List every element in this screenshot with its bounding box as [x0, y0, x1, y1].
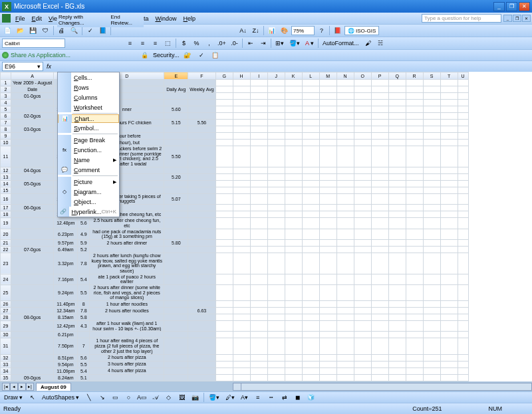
clipart-icon[interactable]: 🖼: [176, 392, 188, 403]
row-header[interactable]: 1: [1, 80, 11, 86]
cell[interactable]: [371, 187, 388, 193]
cell[interactable]: [423, 321, 440, 332]
cell[interactable]: [354, 211, 371, 218]
cell[interactable]: 03-0gos: [11, 126, 54, 133]
cell[interactable]: [388, 285, 406, 301]
doc-restore[interactable]: ❐: [513, 15, 521, 22]
cell[interactable]: [440, 113, 458, 120]
cell[interactable]: [250, 338, 267, 354]
menu-item-chart-[interactable]: 📊Chart...: [58, 114, 119, 123]
col-header[interactable]: S: [423, 72, 440, 80]
cell[interactable]: [267, 246, 285, 253]
menu-item-function-[interactable]: fxFunction...: [58, 145, 119, 155]
cell[interactable]: [423, 374, 440, 381]
cell[interactable]: [336, 301, 354, 308]
cell[interactable]: 11.09pm: [54, 367, 78, 374]
cell[interactable]: 6.23pm: [54, 229, 78, 239]
cell[interactable]: [458, 301, 468, 308]
cell[interactable]: [267, 308, 285, 314]
3d-icon[interactable]: 🧊: [305, 392, 317, 403]
cell[interactable]: [336, 120, 354, 126]
cell[interactable]: [302, 193, 319, 204]
cell[interactable]: [354, 338, 371, 354]
cell[interactable]: [250, 120, 267, 126]
font-select[interactable]: Calibri: [2, 39, 65, 48]
cell[interactable]: 7.50pm: [54, 338, 78, 354]
cell[interactable]: [423, 301, 440, 308]
cell[interactable]: [354, 180, 371, 187]
align-left-icon[interactable]: ≡: [124, 38, 136, 49]
cell[interactable]: [371, 253, 388, 274]
cell[interactable]: [354, 374, 371, 381]
cell[interactable]: [423, 361, 440, 367]
cell[interactable]: [354, 126, 371, 133]
cell[interactable]: [302, 239, 319, 246]
cell[interactable]: [371, 205, 388, 211]
col-header[interactable]: A: [11, 72, 54, 80]
cell[interactable]: had one pack of macadamia nuts (15g) at …: [90, 229, 164, 239]
cell[interactable]: [336, 338, 354, 354]
cell[interactable]: [458, 338, 468, 354]
col-header[interactable]: P: [371, 72, 388, 80]
cell[interactable]: [354, 146, 371, 167]
cell[interactable]: [188, 187, 215, 193]
cell[interactable]: [423, 180, 440, 187]
cell[interactable]: [336, 167, 354, 173]
cell[interactable]: [250, 133, 267, 140]
cell[interactable]: [285, 253, 302, 274]
cell[interactable]: [336, 180, 354, 187]
cell[interactable]: [423, 253, 440, 274]
cell[interactable]: [406, 113, 423, 120]
row-header[interactable]: 8: [1, 126, 11, 133]
cell[interactable]: [302, 120, 319, 126]
cell[interactable]: [164, 80, 188, 86]
cell[interactable]: [371, 140, 388, 146]
cell[interactable]: [458, 146, 468, 167]
cell[interactable]: [371, 308, 388, 314]
cell[interactable]: [215, 193, 233, 204]
cell[interactable]: [11, 361, 54, 367]
cell[interactable]: [388, 332, 406, 338]
cell[interactable]: [164, 113, 188, 120]
row-header[interactable]: 28: [1, 314, 11, 321]
col-header[interactable]: R: [406, 72, 423, 80]
cell[interactable]: [302, 133, 319, 140]
cell[interactable]: [440, 133, 458, 140]
picture-icon[interactable]: 📷: [190, 392, 201, 403]
row-header[interactable]: 29: [1, 321, 11, 332]
cell[interactable]: [388, 253, 406, 274]
inc-decimal-icon[interactable]: .0+: [216, 38, 227, 49]
cell[interactable]: [371, 93, 388, 100]
cell[interactable]: [354, 167, 371, 173]
cell[interactable]: [11, 146, 54, 167]
cell[interactable]: [423, 140, 440, 146]
cell[interactable]: [302, 167, 319, 173]
fx-label[interactable]: fx: [47, 63, 51, 70]
cell[interactable]: [285, 86, 302, 93]
cell[interactable]: [406, 86, 423, 93]
cell[interactable]: [164, 354, 188, 361]
cell[interactable]: [233, 361, 250, 367]
cell[interactable]: [354, 133, 371, 140]
cell[interactable]: [267, 239, 285, 246]
cell[interactable]: [188, 218, 215, 229]
cell[interactable]: [233, 180, 250, 187]
cell[interactable]: 5.8: [78, 314, 90, 321]
cell[interactable]: [458, 100, 468, 106]
cell[interactable]: [250, 100, 267, 106]
save-icon[interactable]: 💾: [27, 25, 39, 36]
cell[interactable]: [336, 211, 354, 218]
cell[interactable]: [164, 93, 188, 100]
cell[interactable]: [302, 80, 319, 86]
cell[interactable]: [11, 308, 54, 314]
cell[interactable]: [423, 308, 440, 314]
cell[interactable]: [354, 93, 371, 100]
cell[interactable]: [371, 80, 388, 86]
cell[interactable]: [11, 285, 54, 301]
cell[interactable]: [267, 180, 285, 187]
cell[interactable]: [336, 106, 354, 113]
cell[interactable]: 2 hours after dinner: [90, 239, 164, 246]
cell[interactable]: [233, 106, 250, 113]
cell[interactable]: [215, 126, 233, 133]
cell[interactable]: [164, 253, 188, 274]
